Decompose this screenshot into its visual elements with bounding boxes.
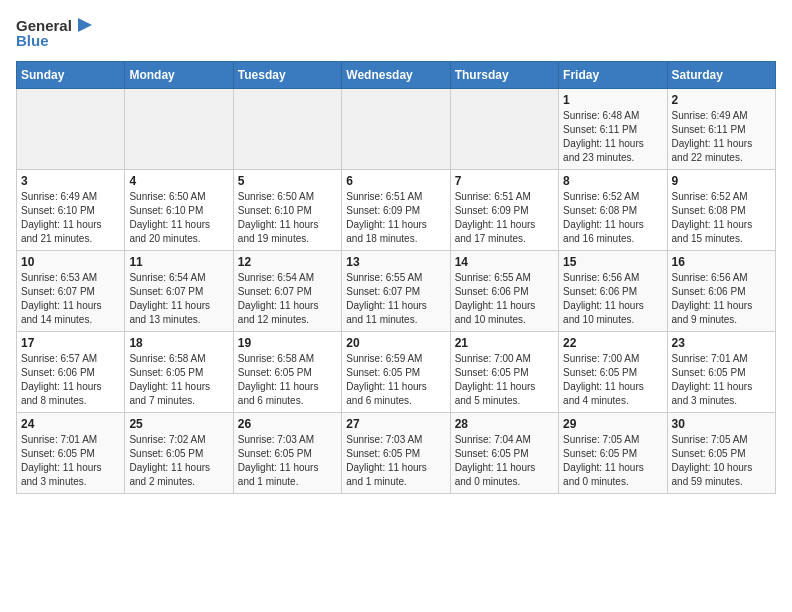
- calendar-cell: 10Sunrise: 6:53 AM Sunset: 6:07 PM Dayli…: [17, 251, 125, 332]
- calendar-cell: [342, 89, 450, 170]
- calendar-cell: 8Sunrise: 6:52 AM Sunset: 6:08 PM Daylig…: [559, 170, 667, 251]
- day-number: 25: [129, 417, 228, 431]
- day-number: 30: [672, 417, 771, 431]
- day-number: 9: [672, 174, 771, 188]
- day-number: 3: [21, 174, 120, 188]
- weekday-header: Saturday: [667, 62, 775, 89]
- day-info: Sunrise: 6:58 AM Sunset: 6:05 PM Dayligh…: [238, 352, 337, 408]
- day-info: Sunrise: 6:51 AM Sunset: 6:09 PM Dayligh…: [455, 190, 554, 246]
- calendar-cell: 13Sunrise: 6:55 AM Sunset: 6:07 PM Dayli…: [342, 251, 450, 332]
- calendar-week-row: 1Sunrise: 6:48 AM Sunset: 6:11 PM Daylig…: [17, 89, 776, 170]
- weekday-header: Wednesday: [342, 62, 450, 89]
- calendar-week-row: 24Sunrise: 7:01 AM Sunset: 6:05 PM Dayli…: [17, 413, 776, 494]
- page-header: General Blue: [16, 16, 776, 49]
- day-info: Sunrise: 6:53 AM Sunset: 6:07 PM Dayligh…: [21, 271, 120, 327]
- logo: General Blue: [16, 16, 92, 49]
- day-info: Sunrise: 6:48 AM Sunset: 6:11 PM Dayligh…: [563, 109, 662, 165]
- day-number: 1: [563, 93, 662, 107]
- day-number: 24: [21, 417, 120, 431]
- calendar-cell: 2Sunrise: 6:49 AM Sunset: 6:11 PM Daylig…: [667, 89, 775, 170]
- day-number: 7: [455, 174, 554, 188]
- day-info: Sunrise: 6:49 AM Sunset: 6:11 PM Dayligh…: [672, 109, 771, 165]
- day-info: Sunrise: 6:54 AM Sunset: 6:07 PM Dayligh…: [238, 271, 337, 327]
- calendar-cell: [233, 89, 341, 170]
- day-number: 11: [129, 255, 228, 269]
- calendar-cell: 24Sunrise: 7:01 AM Sunset: 6:05 PM Dayli…: [17, 413, 125, 494]
- day-number: 21: [455, 336, 554, 350]
- calendar-cell: 20Sunrise: 6:59 AM Sunset: 6:05 PM Dayli…: [342, 332, 450, 413]
- day-info: Sunrise: 7:01 AM Sunset: 6:05 PM Dayligh…: [672, 352, 771, 408]
- calendar-week-row: 17Sunrise: 6:57 AM Sunset: 6:06 PM Dayli…: [17, 332, 776, 413]
- calendar-cell: 27Sunrise: 7:03 AM Sunset: 6:05 PM Dayli…: [342, 413, 450, 494]
- day-number: 23: [672, 336, 771, 350]
- day-info: Sunrise: 6:59 AM Sunset: 6:05 PM Dayligh…: [346, 352, 445, 408]
- day-info: Sunrise: 7:01 AM Sunset: 6:05 PM Dayligh…: [21, 433, 120, 489]
- day-number: 22: [563, 336, 662, 350]
- day-info: Sunrise: 6:49 AM Sunset: 6:10 PM Dayligh…: [21, 190, 120, 246]
- calendar-cell: 1Sunrise: 6:48 AM Sunset: 6:11 PM Daylig…: [559, 89, 667, 170]
- calendar-cell: 29Sunrise: 7:05 AM Sunset: 6:05 PM Dayli…: [559, 413, 667, 494]
- day-info: Sunrise: 6:52 AM Sunset: 6:08 PM Dayligh…: [672, 190, 771, 246]
- day-info: Sunrise: 7:03 AM Sunset: 6:05 PM Dayligh…: [346, 433, 445, 489]
- calendar-cell: 30Sunrise: 7:05 AM Sunset: 6:05 PM Dayli…: [667, 413, 775, 494]
- day-number: 26: [238, 417, 337, 431]
- day-info: Sunrise: 7:02 AM Sunset: 6:05 PM Dayligh…: [129, 433, 228, 489]
- day-number: 2: [672, 93, 771, 107]
- calendar-cell: 5Sunrise: 6:50 AM Sunset: 6:10 PM Daylig…: [233, 170, 341, 251]
- calendar-cell: 9Sunrise: 6:52 AM Sunset: 6:08 PM Daylig…: [667, 170, 775, 251]
- day-number: 29: [563, 417, 662, 431]
- day-info: Sunrise: 7:00 AM Sunset: 6:05 PM Dayligh…: [455, 352, 554, 408]
- calendar-cell: 23Sunrise: 7:01 AM Sunset: 6:05 PM Dayli…: [667, 332, 775, 413]
- calendar-cell: 4Sunrise: 6:50 AM Sunset: 6:10 PM Daylig…: [125, 170, 233, 251]
- day-info: Sunrise: 6:55 AM Sunset: 6:06 PM Dayligh…: [455, 271, 554, 327]
- day-info: Sunrise: 6:58 AM Sunset: 6:05 PM Dayligh…: [129, 352, 228, 408]
- day-number: 27: [346, 417, 445, 431]
- day-number: 13: [346, 255, 445, 269]
- calendar-cell: 26Sunrise: 7:03 AM Sunset: 6:05 PM Dayli…: [233, 413, 341, 494]
- weekday-header: Monday: [125, 62, 233, 89]
- calendar-cell: 16Sunrise: 6:56 AM Sunset: 6:06 PM Dayli…: [667, 251, 775, 332]
- day-info: Sunrise: 6:56 AM Sunset: 6:06 PM Dayligh…: [563, 271, 662, 327]
- calendar-cell: 19Sunrise: 6:58 AM Sunset: 6:05 PM Dayli…: [233, 332, 341, 413]
- day-info: Sunrise: 6:57 AM Sunset: 6:06 PM Dayligh…: [21, 352, 120, 408]
- calendar-cell: 14Sunrise: 6:55 AM Sunset: 6:06 PM Dayli…: [450, 251, 558, 332]
- day-number: 20: [346, 336, 445, 350]
- day-info: Sunrise: 6:55 AM Sunset: 6:07 PM Dayligh…: [346, 271, 445, 327]
- calendar-cell: 28Sunrise: 7:04 AM Sunset: 6:05 PM Dayli…: [450, 413, 558, 494]
- logo-text-blue: Blue: [16, 32, 49, 49]
- day-info: Sunrise: 6:54 AM Sunset: 6:07 PM Dayligh…: [129, 271, 228, 327]
- calendar-cell: 15Sunrise: 6:56 AM Sunset: 6:06 PM Dayli…: [559, 251, 667, 332]
- calendar-cell: [17, 89, 125, 170]
- weekday-header: Thursday: [450, 62, 558, 89]
- day-info: Sunrise: 7:03 AM Sunset: 6:05 PM Dayligh…: [238, 433, 337, 489]
- calendar-cell: [125, 89, 233, 170]
- day-number: 14: [455, 255, 554, 269]
- calendar-cell: 21Sunrise: 7:00 AM Sunset: 6:05 PM Dayli…: [450, 332, 558, 413]
- day-number: 6: [346, 174, 445, 188]
- day-number: 15: [563, 255, 662, 269]
- calendar-cell: 6Sunrise: 6:51 AM Sunset: 6:09 PM Daylig…: [342, 170, 450, 251]
- calendar-cell: 25Sunrise: 7:02 AM Sunset: 6:05 PM Dayli…: [125, 413, 233, 494]
- day-info: Sunrise: 7:04 AM Sunset: 6:05 PM Dayligh…: [455, 433, 554, 489]
- calendar-cell: 3Sunrise: 6:49 AM Sunset: 6:10 PM Daylig…: [17, 170, 125, 251]
- calendar-cell: 12Sunrise: 6:54 AM Sunset: 6:07 PM Dayli…: [233, 251, 341, 332]
- weekday-header: Friday: [559, 62, 667, 89]
- day-info: Sunrise: 7:05 AM Sunset: 6:05 PM Dayligh…: [563, 433, 662, 489]
- day-number: 28: [455, 417, 554, 431]
- calendar-cell: 17Sunrise: 6:57 AM Sunset: 6:06 PM Dayli…: [17, 332, 125, 413]
- calendar-week-row: 3Sunrise: 6:49 AM Sunset: 6:10 PM Daylig…: [17, 170, 776, 251]
- day-info: Sunrise: 7:05 AM Sunset: 6:05 PM Dayligh…: [672, 433, 771, 489]
- day-number: 17: [21, 336, 120, 350]
- day-info: Sunrise: 6:52 AM Sunset: 6:08 PM Dayligh…: [563, 190, 662, 246]
- calendar-cell: 22Sunrise: 7:00 AM Sunset: 6:05 PM Dayli…: [559, 332, 667, 413]
- day-info: Sunrise: 6:56 AM Sunset: 6:06 PM Dayligh…: [672, 271, 771, 327]
- weekday-header-row: SundayMondayTuesdayWednesdayThursdayFrid…: [17, 62, 776, 89]
- logo-arrow-icon: [74, 16, 92, 34]
- day-number: 5: [238, 174, 337, 188]
- calendar-cell: [450, 89, 558, 170]
- calendar-cell: 11Sunrise: 6:54 AM Sunset: 6:07 PM Dayli…: [125, 251, 233, 332]
- calendar-cell: 18Sunrise: 6:58 AM Sunset: 6:05 PM Dayli…: [125, 332, 233, 413]
- day-number: 19: [238, 336, 337, 350]
- day-number: 18: [129, 336, 228, 350]
- day-number: 8: [563, 174, 662, 188]
